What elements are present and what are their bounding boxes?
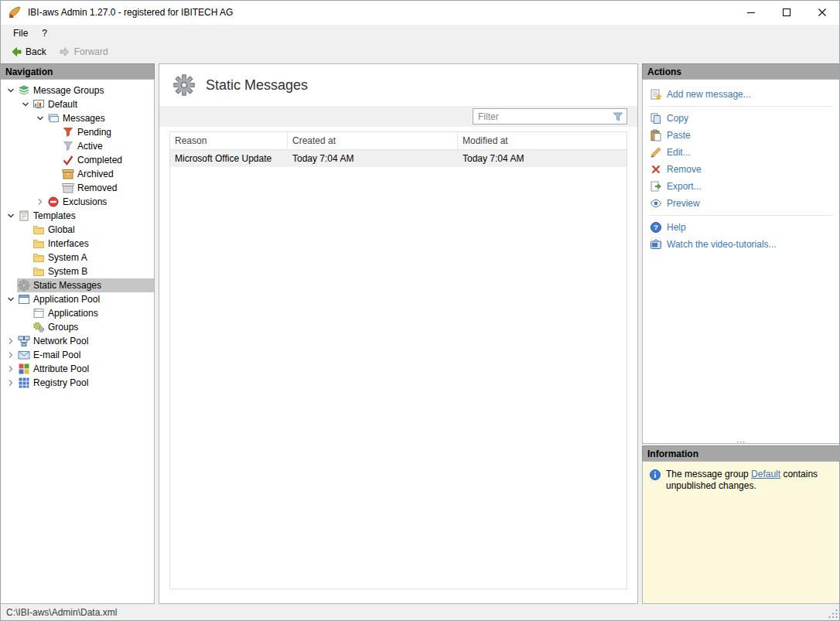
panel-splitter[interactable]: ... bbox=[643, 435, 839, 443]
chevron-right-icon[interactable] bbox=[5, 377, 17, 389]
tree-item-e-mail-pool[interactable]: E-mail Pool bbox=[1, 348, 154, 362]
back-button-label: Back bbox=[26, 46, 46, 57]
filter-bar bbox=[159, 106, 637, 127]
tree-item-static-messages[interactable]: Static Messages bbox=[1, 278, 154, 292]
column-header-modified-at[interactable]: Modified at bbox=[458, 132, 627, 149]
tree-item-message-groups[interactable]: Message Groups bbox=[1, 84, 154, 97]
chevron-spacer bbox=[19, 321, 32, 333]
forward-button[interactable]: Forward bbox=[55, 44, 112, 60]
chevron-right-icon[interactable] bbox=[34, 196, 46, 208]
tree-item-global[interactable]: Global bbox=[1, 223, 154, 237]
export-icon bbox=[650, 180, 662, 193]
tree-item-groups[interactable]: Groups bbox=[1, 320, 154, 334]
action-label[interactable]: Edit... bbox=[667, 147, 691, 158]
chevron-down-icon[interactable] bbox=[34, 112, 46, 125]
chevron-down-icon[interactable] bbox=[5, 84, 17, 97]
close-button[interactable] bbox=[804, 0, 840, 25]
menu-help[interactable]: ? bbox=[35, 26, 54, 40]
tree-item-attribute-pool[interactable]: Attribute Pool bbox=[1, 362, 154, 376]
copy-icon bbox=[650, 112, 662, 125]
chevron-right-icon[interactable] bbox=[5, 349, 17, 361]
forward-button-label: Forward bbox=[74, 46, 108, 57]
maximize-button[interactable] bbox=[769, 0, 804, 25]
tree-item-default[interactable]: Default bbox=[1, 97, 154, 111]
tree-item-label: Groups bbox=[47, 322, 81, 333]
action-remove[interactable]: Remove bbox=[643, 161, 839, 178]
menu-file[interactable]: File bbox=[6, 26, 35, 40]
action-label[interactable]: Export... bbox=[667, 181, 702, 192]
tree-item-templates[interactable]: Templates bbox=[1, 209, 154, 223]
action-label[interactable]: Preview bbox=[667, 198, 700, 209]
tree-item-label: Application Pool bbox=[32, 294, 103, 305]
registry-pool-icon bbox=[18, 377, 30, 389]
action-help[interactable]: ?Help bbox=[643, 219, 839, 236]
folder-icon bbox=[32, 251, 45, 264]
action-edit[interactable]: Edit... bbox=[643, 144, 839, 161]
tree-item-network-pool[interactable]: Network Pool bbox=[1, 334, 154, 348]
static-messages-gear-icon bbox=[172, 73, 196, 97]
tree-item-removed[interactable]: Removed bbox=[1, 181, 154, 195]
info-icon bbox=[649, 469, 661, 481]
action-label[interactable]: Help bbox=[667, 222, 686, 233]
pending-icon bbox=[62, 126, 74, 138]
tree-item-exclusions[interactable]: Exclusions bbox=[1, 195, 154, 209]
back-button[interactable]: Back bbox=[6, 44, 50, 60]
action-label[interactable]: Remove bbox=[667, 164, 702, 175]
tree-item-active[interactable]: Active bbox=[1, 139, 154, 153]
tree-item-label: Message Groups bbox=[32, 85, 107, 96]
table-cell: Today 7:04 AM bbox=[288, 150, 458, 167]
action-label[interactable]: Copy bbox=[667, 113, 688, 124]
chevron-down-icon[interactable] bbox=[5, 210, 17, 222]
action-export[interactable]: Export... bbox=[643, 178, 839, 195]
action-preview[interactable]: Preview bbox=[643, 195, 839, 212]
workspace: Navigation Message GroupsDefaultMessages… bbox=[0, 62, 840, 604]
chevron-down-icon[interactable] bbox=[19, 98, 32, 111]
filter-input[interactable] bbox=[473, 111, 612, 122]
column-header-reason[interactable]: Reason bbox=[170, 132, 288, 149]
data-file-path: C:\IBI-aws\Admin\Data.xml bbox=[6, 607, 117, 618]
completed-icon bbox=[62, 154, 74, 166]
action-label[interactable]: Watch the video-tutorials... bbox=[667, 239, 777, 250]
default-group-icon bbox=[32, 98, 45, 111]
tree-item-system-a[interactable]: System A bbox=[1, 251, 154, 264]
tree-indent bbox=[1, 132, 49, 133]
tree-item-messages[interactable]: Messages bbox=[1, 111, 154, 125]
tree-indent bbox=[1, 258, 19, 258]
tree-item-interfaces[interactable]: Interfaces bbox=[1, 237, 154, 251]
tree-item-label: E-mail Pool bbox=[32, 350, 84, 360]
filter-box bbox=[473, 108, 627, 125]
action-watch-the-video-tutorials[interactable]: Watch the video-tutorials... bbox=[643, 236, 839, 253]
resize-grip-icon[interactable] bbox=[828, 608, 838, 619]
message-group-link[interactable]: Default bbox=[751, 469, 780, 479]
email-pool-icon bbox=[18, 349, 30, 361]
action-add-new-message[interactable]: Add new message... bbox=[643, 86, 839, 103]
actions-separator bbox=[649, 106, 833, 107]
chevron-down-icon[interactable] bbox=[5, 293, 17, 305]
action-paste[interactable]: Paste bbox=[643, 127, 839, 144]
information-message: The message group Default contains unpub… bbox=[666, 469, 833, 492]
table-row[interactable]: Microsoft Office UpdateToday 7:04 AMToda… bbox=[170, 150, 627, 167]
tree-item-completed[interactable]: Completed bbox=[1, 153, 154, 167]
navigation-tree: Message GroupsDefaultMessagesPendingActi… bbox=[0, 79, 155, 604]
chevron-right-icon[interactable] bbox=[5, 335, 17, 347]
video-icon bbox=[650, 238, 662, 251]
tree-item-label: System B bbox=[47, 266, 90, 277]
tree-item-archived[interactable]: Archived bbox=[1, 167, 154, 181]
title-bar: IBI-aws Admin 1.27.0 - registered for IB… bbox=[0, 0, 840, 25]
tree-item-pending[interactable]: Pending bbox=[1, 125, 154, 139]
tree-item-registry-pool[interactable]: Registry Pool bbox=[1, 376, 154, 390]
action-label[interactable]: Paste bbox=[667, 130, 691, 141]
chevron-spacer bbox=[5, 279, 17, 292]
application-pool-icon bbox=[18, 293, 30, 305]
filter-funnel-icon[interactable] bbox=[612, 111, 624, 123]
tree-item-application-pool[interactable]: Application Pool bbox=[1, 292, 154, 306]
minimize-button[interactable] bbox=[733, 0, 769, 25]
tree-item-applications[interactable]: Applications bbox=[1, 306, 154, 320]
tree-item-system-b[interactable]: System B bbox=[1, 264, 154, 278]
chevron-spacer bbox=[49, 154, 61, 166]
action-label[interactable]: Add new message... bbox=[667, 89, 751, 100]
chevron-right-icon[interactable] bbox=[5, 363, 17, 375]
action-copy[interactable]: Copy bbox=[643, 110, 839, 127]
back-arrow-icon bbox=[10, 46, 22, 58]
column-header-created-at[interactable]: Created at bbox=[288, 132, 458, 149]
